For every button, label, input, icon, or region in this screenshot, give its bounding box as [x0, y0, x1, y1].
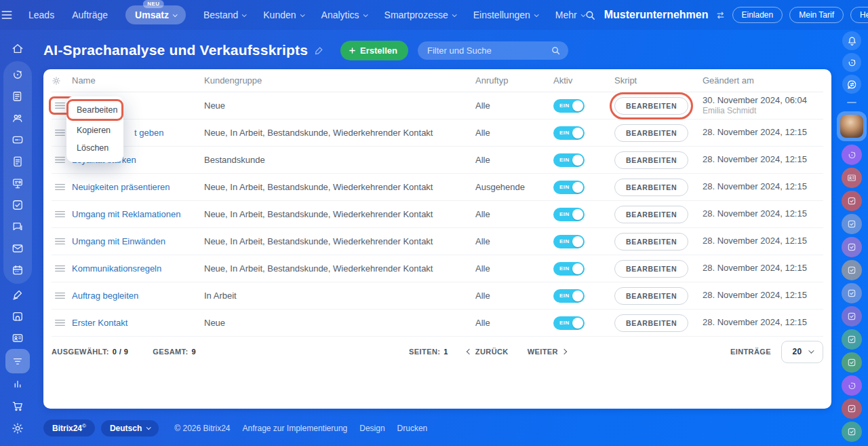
invite-button[interactable]: Einladen [732, 7, 783, 23]
notification-badge-check[interactable] [842, 422, 862, 442]
filter-search-input[interactable] [418, 41, 568, 60]
row-drag-handle-icon[interactable] [52, 262, 72, 275]
sidebar-item-funnel[interactable] [5, 349, 30, 373]
script-edit-button[interactable]: BEARBEITEN [614, 314, 688, 332]
nav-item-umsatz[interactable]: NEU Umsatz [125, 5, 186, 24]
notification-badge-check[interactable] [842, 283, 862, 303]
edit-title-icon[interactable] [314, 45, 324, 56]
row-drag-handle-icon[interactable] [52, 181, 72, 193]
bell-icon[interactable] [842, 31, 861, 50]
sidebar-item-idcard[interactable] [7, 327, 28, 349]
company-name[interactable]: Musterunternehmen [604, 9, 709, 21]
sidebar-item-cart[interactable] [7, 395, 28, 417]
grid-settings-gear-icon[interactable] [52, 76, 72, 86]
switch-company-icon[interactable] [715, 10, 726, 20]
sidebar-item-mail[interactable] [7, 238, 28, 259]
notification-badge-check[interactable] [842, 352, 862, 373]
sidebar-item-gear[interactable] [7, 417, 28, 439]
notification-badge-check[interactable] [842, 329, 862, 350]
nav-item-mehr[interactable]: Mehr [555, 10, 585, 20]
nav-item-aufträge[interactable]: Aufträge [72, 10, 108, 20]
col-geaendert-am[interactable]: Geändert am [703, 75, 823, 86]
sidebar-item-chat[interactable] [7, 216, 28, 238]
row-drag-handle-icon[interactable] [52, 235, 72, 248]
sidebar-item-board[interactable] [7, 172, 28, 194]
script-edit-button[interactable]: BEARBEITEN [614, 206, 688, 223]
notification-badge-copilot[interactable] [842, 375, 862, 396]
notification-badge-idcard[interactable] [842, 168, 862, 188]
sidebar-item-home[interactable] [7, 38, 28, 60]
row-drag-handle-icon[interactable] [52, 208, 72, 221]
script-edit-button[interactable]: BEARBEITEN [614, 124, 688, 142]
col-kundengruppe[interactable]: Kundengruppe [204, 75, 475, 86]
entries-select[interactable]: 20 [781, 341, 823, 363]
row-name-link[interactable]: Kommunikationsregeln [72, 263, 161, 274]
active-toggle[interactable]: EIN [553, 235, 585, 248]
row-drag-handle-icon[interactable] [52, 289, 72, 302]
active-toggle[interactable]: EIN [553, 262, 585, 276]
my-plan-button[interactable]: Mein Tarif [789, 7, 844, 23]
sidebar-item-people[interactable] [7, 107, 28, 129]
sidebar-item-storage[interactable] [7, 305, 28, 327]
notification-badge-check[interactable] [842, 237, 862, 257]
sidebar-item-calendar[interactable] [7, 259, 28, 281]
active-toggle[interactable]: EIN [553, 181, 585, 194]
nav-item-smartprozesse[interactable]: Smartprozesse [384, 10, 456, 20]
notification-badge-check[interactable] [842, 306, 862, 327]
profile-avatar-button[interactable] [837, 111, 867, 141]
script-edit-button[interactable]: BEARBEITEN [614, 179, 688, 196]
helpdesk-button[interactable]: Helpdesk [850, 7, 868, 23]
print-link[interactable]: Drucken [397, 424, 428, 433]
sidebar-item-chart[interactable] [7, 373, 28, 395]
notification-badge-check[interactable] [842, 260, 862, 280]
script-edit-button[interactable]: BEARBEITEN [614, 151, 688, 169]
next-button[interactable]: WEITER [528, 348, 566, 356]
nav-item-leads[interactable]: Leads [28, 10, 54, 20]
row-name-link[interactable]: Erster Kontakt [72, 318, 127, 328]
context-menu-delete[interactable]: Löschen [66, 139, 123, 157]
sidebar-item-tasks[interactable] [7, 194, 28, 216]
notification-badge-check[interactable] [842, 398, 862, 419]
nav-item-kunden[interactable]: Kunden [263, 10, 303, 20]
menu-hamburger-icon[interactable] [0, 8, 14, 22]
script-edit-button[interactable]: BEARBEITEN [614, 260, 688, 278]
messenger-icon[interactable] [842, 75, 861, 94]
notification-badge-copilot[interactable] [842, 145, 862, 165]
design-link[interactable]: Design [359, 424, 384, 433]
bitrix24-logo[interactable]: Bitrix24© [43, 420, 95, 436]
language-select[interactable]: Deutsch [101, 420, 159, 436]
col-skript[interactable]: Skript [614, 75, 703, 86]
sidebar-item-drivebox[interactable] [7, 129, 28, 151]
nav-item-analytics[interactable]: Analytics [321, 10, 367, 20]
sidebar-item-feed[interactable] [7, 86, 28, 107]
col-anruftyp[interactable]: Anruftyp [475, 75, 553, 86]
search-icon[interactable] [585, 10, 596, 21]
sidebar-item-document[interactable] [7, 151, 28, 172]
context-menu-edit[interactable]: Bearbeiten [68, 101, 121, 119]
row-drag-handle-icon[interactable] [52, 316, 72, 329]
row-name-link[interactable]: Umgang mit Einwänden [72, 236, 165, 246]
notification-badge-check[interactable] [842, 214, 862, 234]
notification-badge-check[interactable] [842, 191, 862, 211]
create-button[interactable]: Erstellen [340, 41, 408, 60]
col-aktiv[interactable]: Aktiv [553, 75, 614, 86]
row-name-link[interactable]: Neuigkeiten präsentieren [72, 182, 170, 192]
nav-item-bestand[interactable]: Bestand [203, 10, 245, 20]
active-toggle[interactable]: EIN [553, 316, 585, 330]
sidebar-item-copilot[interactable] [7, 64, 28, 86]
implementation-request-link[interactable]: Anfrage zur Implementierung [243, 424, 348, 433]
sidebar-item-pen[interactable] [7, 284, 28, 305]
row-name-link[interactable]: Auftrag begleiten [72, 291, 138, 301]
active-toggle[interactable]: EIN [553, 126, 585, 140]
back-button[interactable]: ZURÜCK [467, 348, 509, 356]
col-name[interactable]: Name [72, 75, 204, 86]
row-name-link[interactable]: Umgang mit Reklamationen [72, 209, 180, 219]
copilot-icon[interactable] [842, 53, 861, 72]
active-toggle[interactable]: EIN [553, 153, 585, 167]
script-edit-button[interactable]: BEARBEITEN [614, 287, 688, 305]
active-toggle[interactable]: EIN [553, 99, 585, 113]
script-edit-button[interactable]: BEARBEITEN [614, 97, 688, 115]
active-toggle[interactable]: EIN [553, 289, 585, 303]
context-menu-copy[interactable]: Kopieren [66, 122, 123, 139]
script-edit-button[interactable]: BEARBEITEN [614, 233, 688, 250]
